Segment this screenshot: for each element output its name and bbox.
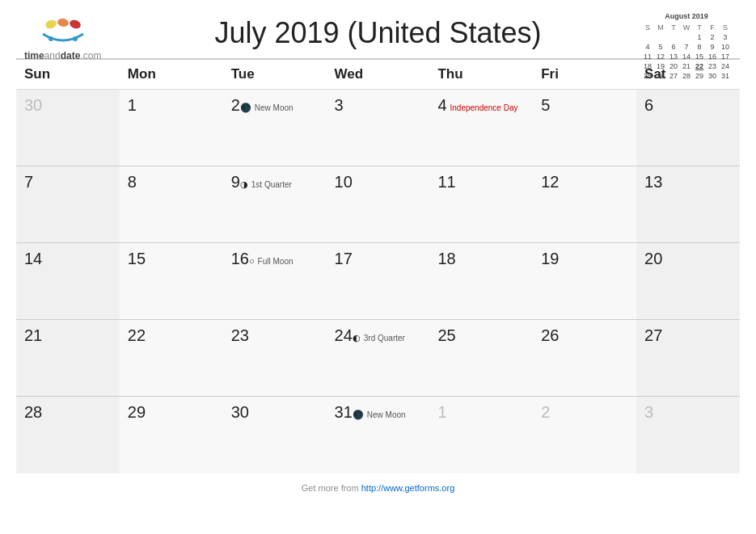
calendar-day-cell: 23	[223, 320, 327, 397]
mini-day-cell: 20	[667, 61, 680, 71]
moon-label: New Moon	[255, 103, 294, 112]
day-number: 1	[128, 96, 215, 115]
mini-day-cell: 26	[654, 71, 667, 81]
day-number: 23	[231, 326, 319, 345]
footer: Get more from http://www.getforms.org	[0, 473, 756, 499]
calendar-day-cell: 9◑1st Quarter	[223, 166, 327, 243]
footer-link[interactable]: http://www.getforms.org	[361, 483, 455, 493]
moon-icon: 🌑	[353, 410, 364, 419]
calendar-day-cell: 10	[327, 166, 430, 243]
calendar-header: July 2019 (United States)	[0, 0, 756, 58]
day-number: 15	[128, 250, 215, 268]
day-number: 7	[24, 173, 112, 191]
day-number: 10	[335, 173, 422, 191]
day-number: 8	[128, 173, 215, 191]
calendar-day-cell: 30	[223, 397, 327, 473]
day-number: 29	[128, 403, 215, 422]
moon-icon: ◐	[353, 333, 361, 343]
mini-day-cell: 28	[680, 71, 693, 81]
calendar-week-row: 789◑1st Quarter10111213	[16, 166, 740, 243]
calendar-week-row: 21222324◐3rd Quarter252627	[16, 320, 740, 397]
mini-day-cell: 19	[654, 61, 667, 71]
day-header-fri: Fri	[533, 59, 636, 90]
day-number: 17	[335, 250, 422, 268]
moon-icon: ○	[249, 256, 255, 266]
day-number: 4Independence Day	[437, 96, 525, 115]
calendar-day-cell: 18	[429, 243, 533, 320]
day-number: 11	[437, 173, 525, 191]
day-number: 25	[437, 326, 525, 345]
day-number: 18	[437, 250, 525, 268]
moon-label: New Moon	[367, 410, 406, 419]
day-number: 21	[24, 326, 112, 345]
day-number: 12	[541, 173, 628, 191]
day-number: 2🌑New Moon	[231, 96, 319, 115]
moon-label: 1st Quarter	[251, 180, 292, 189]
day-number: 27	[644, 326, 732, 345]
mini-day-cell: 31	[719, 71, 732, 81]
day-number: 20	[644, 250, 732, 268]
mini-day-cell: 24	[719, 61, 732, 71]
calendar-day-cell: 27	[636, 320, 740, 397]
calendar-table: SunMonTueWedThuFriSat 3012🌑New Moon34Ind…	[16, 58, 740, 473]
day-number: 2	[541, 403, 628, 422]
day-number: 5	[541, 96, 628, 115]
day-header-mon: Mon	[120, 59, 223, 90]
mini-day-cell: 21	[680, 61, 693, 71]
calendar-title: July 2019 (United States)	[0, 16, 756, 50]
event-label: Independence Day	[450, 103, 518, 112]
calendar-day-cell: 28	[16, 397, 120, 473]
calendar-day-cell: 17	[327, 243, 430, 320]
moon-icon: 🌑	[240, 103, 251, 112]
calendar-day-cell: 1	[120, 90, 223, 166]
calendar-day-cell: 8	[120, 166, 223, 243]
calendar-day-cell: 3	[636, 397, 740, 473]
day-number: 31🌑New Moon	[335, 403, 422, 422]
calendar-day-cell: 4Independence Day	[429, 90, 533, 166]
day-number: 24◐3rd Quarter	[335, 326, 422, 345]
calendar-week-row: 3012🌑New Moon34Independence Day56	[16, 90, 740, 166]
calendar-day-cell: 1	[429, 397, 533, 473]
day-number: 6	[644, 96, 732, 115]
calendar-day-cell: 25	[429, 320, 533, 397]
calendar-day-cell: 29	[120, 397, 223, 473]
day-headers: SunMonTueWedThuFriSat	[16, 59, 740, 90]
calendar-day-cell: 3	[327, 90, 430, 166]
calendar-day-cell: 12	[533, 166, 636, 243]
moon-label: 3rd Quarter	[364, 334, 405, 343]
mini-week-row: 25262728293031	[641, 71, 732, 81]
moon-label: Full Moon	[258, 257, 294, 266]
day-header-sun: Sun	[16, 59, 120, 90]
calendar-day-cell: 2🌑New Moon	[223, 90, 327, 166]
day-number: 3	[644, 403, 732, 422]
calendar-day-cell: 14	[16, 243, 120, 320]
calendar-day-cell: 13	[636, 166, 740, 243]
calendar-day-cell: 20	[636, 243, 740, 320]
calendar-day-cell: 6	[636, 90, 740, 166]
calendar-day-cell: 24◐3rd Quarter	[327, 320, 430, 397]
calendar-day-cell: 31🌑New Moon	[327, 397, 430, 473]
calendar-day-cell: 2	[533, 397, 636, 473]
calendar-week-row: 141516○Full Moon17181920	[16, 243, 740, 320]
day-number: 14	[24, 250, 112, 268]
mini-day-cell: 25	[641, 71, 654, 81]
mini-day-cell: 18	[641, 61, 654, 71]
mini-day-cell: 27	[667, 71, 680, 81]
day-number: 3	[335, 96, 422, 115]
mini-day-cell: 22	[693, 61, 706, 71]
day-number: 26	[541, 326, 628, 345]
calendar-body: 3012🌑New Moon34Independence Day56789◑1st…	[16, 90, 740, 473]
calendar-header-row: SunMonTueWedThuFriSat	[16, 59, 740, 90]
day-number: 16○Full Moon	[231, 250, 319, 268]
calendar-day-cell: 21	[16, 320, 120, 397]
day-number: 30	[24, 96, 112, 115]
footer-text: Get more from	[302, 483, 361, 493]
day-number: 30	[231, 403, 319, 422]
calendar-wrapper: SunMonTueWedThuFriSat 3012🌑New Moon34Ind…	[0, 58, 756, 473]
day-number: 13	[644, 173, 732, 191]
mini-day-cell: 29	[693, 71, 706, 81]
mini-day-cell: 30	[706, 71, 719, 81]
calendar-day-cell: 22	[120, 320, 223, 397]
calendar-day-cell: 7	[16, 166, 120, 243]
day-header-thu: Thu	[429, 59, 533, 90]
